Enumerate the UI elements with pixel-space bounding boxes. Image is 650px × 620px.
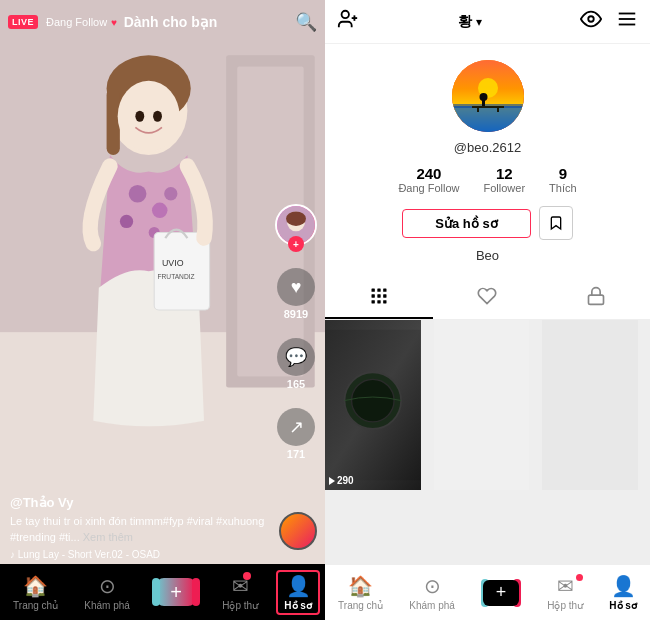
right-top-bar: 황 ▾ (325, 0, 650, 44)
svg-point-11 (152, 203, 168, 219)
inbox-label: Hộp thư (222, 600, 258, 611)
home-label: Trang chủ (13, 600, 58, 611)
inbox-badge-dot (243, 572, 251, 580)
share-button[interactable]: ↗ (277, 408, 315, 446)
like-button[interactable]: ♥ (277, 268, 315, 306)
edit-profile-button[interactable]: Sửa hồ sơ (402, 209, 530, 238)
profile-icon-left: 👤 (286, 574, 311, 598)
inbox-icon-right: ✉ (557, 574, 574, 598)
svg-rect-35 (477, 106, 479, 112)
following-count: 240 (416, 165, 441, 182)
svg-rect-46 (588, 295, 603, 304)
music-avatar (279, 512, 317, 550)
add-person-icon[interactable] (337, 8, 359, 35)
add-inner: + (483, 580, 519, 606)
nav-inbox-right[interactable]: ✉ Hộp thư (547, 574, 583, 611)
nav-profile-right[interactable]: 👤 Hồ sơ (609, 574, 637, 611)
svg-point-33 (479, 93, 487, 101)
add-button-left[interactable]: + (156, 578, 196, 606)
nav-add-left[interactable]: + (148, 574, 204, 610)
page-title: Dành cho bạn (124, 14, 218, 30)
search-icon[interactable]: 🔍 (295, 11, 317, 33)
svg-text:UVIO: UVIO (162, 258, 184, 268)
right-top-actions (580, 8, 638, 35)
bookmark-button[interactable] (539, 206, 573, 240)
tab-liked[interactable] (433, 279, 541, 319)
follow-status: Đang Follow ♥ (46, 16, 124, 28)
profile-label-left: Hồ sơ (284, 600, 312, 611)
grid-icon (369, 286, 389, 311)
play-count-1: 290 (329, 475, 354, 486)
description-text: Le tay thui tr oi xinh đón timmm#fyp #vi… (10, 515, 264, 542)
svg-rect-38 (377, 288, 380, 291)
live-badge: LIVE (8, 15, 38, 29)
profile-tabs (325, 279, 650, 320)
svg-rect-37 (372, 288, 375, 291)
likes-count: 9 (559, 165, 567, 182)
like-count: 8919 (284, 308, 308, 320)
right-panel: 황 ▾ (325, 0, 650, 620)
follow-plus-icon[interactable]: + (288, 236, 304, 252)
inbox-label-right: Hộp thư (547, 600, 583, 611)
home-label-right: Trang chủ (338, 600, 383, 611)
svg-point-24 (588, 16, 594, 22)
visibility-icon[interactable] (580, 8, 602, 35)
see-more-link[interactable]: Xem thêm (83, 531, 133, 543)
action-row: Sửa hồ sơ (402, 206, 572, 240)
right-top-left (337, 8, 359, 35)
add-button-right[interactable]: + (481, 579, 521, 607)
nav-explore-right[interactable]: ⊙ Khám phá (409, 574, 455, 611)
comment-button[interactable]: 💬 (277, 338, 315, 376)
play-icon (329, 477, 335, 485)
likes-label: Thích (549, 182, 577, 194)
stats-row: 240 Đang Follow 12 Follower 9 Thích (398, 165, 576, 194)
comment-group: 💬 165 (277, 338, 315, 390)
followers-label: Follower (484, 182, 526, 194)
nav-explore-left[interactable]: ⊙ Khám phá (76, 570, 138, 615)
nav-inbox-left[interactable]: ✉ Hộp thư (214, 570, 266, 615)
left-panel: UVIO FRUTANDIZ LIVE Đang Follow ♥ Dành c… (0, 0, 325, 620)
profile-handle: @beo.2612 (454, 140, 521, 155)
profile-icon-right: 👤 (611, 574, 636, 598)
follow-status-text: Đang Follow (46, 16, 107, 28)
explore-label-right: Khám phá (409, 600, 455, 611)
profile-avatar (452, 60, 524, 132)
svg-rect-34 (472, 106, 504, 108)
svg-text:FRUTANDIZ: FRUTANDIZ (158, 273, 195, 280)
svg-rect-30 (452, 106, 524, 132)
svg-point-14 (164, 187, 177, 200)
tab-videos[interactable] (325, 279, 433, 319)
likes-stat: 9 Thích (549, 165, 577, 194)
right-username[interactable]: 황 (458, 13, 472, 31)
nav-profile-left[interactable]: 👤 Hồ sơ (276, 570, 320, 615)
video-thumb-3 (542, 320, 638, 490)
tab-private[interactable] (542, 279, 650, 319)
svg-rect-44 (377, 300, 380, 303)
svg-point-12 (120, 215, 133, 228)
menu-icon[interactable] (616, 8, 638, 35)
inbox-notification-dot (576, 574, 583, 581)
play-count-text: 290 (337, 475, 354, 486)
explore-label: Khám phá (84, 600, 130, 611)
svg-point-49 (352, 379, 395, 422)
svg-rect-6 (107, 89, 120, 155)
nav-home-left[interactable]: 🏠 Trang chủ (5, 570, 66, 615)
chevron-down-icon[interactable]: ▾ (476, 15, 482, 29)
svg-point-9 (153, 111, 162, 122)
video-thumb-1[interactable]: 290 (325, 320, 421, 490)
nav-add-right[interactable]: + (481, 579, 521, 607)
svg-point-7 (118, 81, 180, 152)
explore-icon-right: ⊙ (424, 574, 441, 598)
svg-point-8 (135, 111, 144, 122)
lock-icon (586, 286, 606, 311)
following-label: Đang Follow (398, 182, 459, 194)
like-group: ♥ 8919 (277, 268, 315, 320)
video-username: @Thảo Vy (10, 495, 265, 510)
home-icon: 🏠 (23, 574, 48, 598)
nav-home-right[interactable]: 🏠 Trang chủ (338, 574, 383, 611)
home-icon-right: 🏠 (348, 574, 373, 598)
svg-rect-42 (383, 294, 386, 297)
svg-rect-41 (377, 294, 380, 297)
heart-icon: ♥ (111, 17, 117, 28)
svg-point-20 (286, 211, 306, 225)
